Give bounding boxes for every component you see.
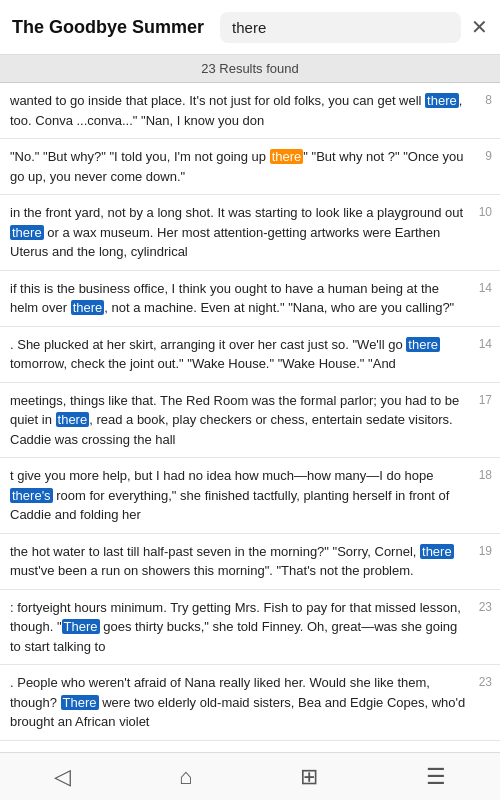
search-input[interactable] xyxy=(220,12,461,43)
result-page-num: 18 xyxy=(476,466,500,482)
search-match: there xyxy=(56,412,90,427)
result-text: meetings, things like that. The Red Room… xyxy=(10,391,476,450)
result-row[interactable]: t give you more help, but I had no idea … xyxy=(0,458,500,534)
close-button[interactable]: ✕ xyxy=(471,17,488,37)
results-list: wanted to go inside that place. It's not… xyxy=(0,83,500,800)
search-match: There xyxy=(61,695,99,710)
result-row[interactable]: if this is the business office, I think … xyxy=(0,271,500,327)
result-row[interactable]: : fortyeight hours minimum. Try getting … xyxy=(0,590,500,666)
result-page-num: 14 xyxy=(476,279,500,295)
result-text: . People who weren't afraid of Nana real… xyxy=(10,673,476,732)
result-row[interactable]: meetings, things like that. The Red Room… xyxy=(0,383,500,459)
search-match: there xyxy=(420,544,454,559)
home-nav-button[interactable]: ⌂ xyxy=(163,758,208,796)
result-text: "No." "But why?" "I told you, I'm not go… xyxy=(10,147,476,186)
search-match: there xyxy=(71,300,105,315)
result-row[interactable]: the hot water to last till half-past sev… xyxy=(0,534,500,590)
book-title: The Goodbye Summer xyxy=(12,17,204,38)
back-nav-button[interactable]: ◁ xyxy=(38,758,87,796)
search-match: there's xyxy=(10,488,53,503)
search-match: there xyxy=(10,225,44,240)
result-page-num: 9 xyxy=(476,147,500,163)
apps-nav-button[interactable]: ⊞ xyxy=(284,758,334,796)
search-match: There xyxy=(62,619,100,634)
result-page-num: 10 xyxy=(476,203,500,219)
result-row[interactable]: . People who weren't afraid of Nana real… xyxy=(0,665,500,741)
result-page-num: 17 xyxy=(476,391,500,407)
search-match: there xyxy=(270,149,304,164)
result-text: if this is the business office, I think … xyxy=(10,279,476,318)
result-page-num: 14 xyxy=(476,335,500,351)
bottom-nav: ◁ ⌂ ⊞ ☰ xyxy=(0,752,500,800)
result-text: . She plucked at her skirt, arranging it… xyxy=(10,335,476,374)
result-text: the hot water to last till half-past sev… xyxy=(10,542,476,581)
results-count: 23 Results found xyxy=(0,55,500,83)
search-match: there xyxy=(425,93,459,108)
result-page-num: 23 xyxy=(476,598,500,614)
search-match: there xyxy=(406,337,440,352)
result-text: wanted to go inside that place. It's not… xyxy=(10,91,476,130)
result-row[interactable]: "No." "But why?" "I told you, I'm not go… xyxy=(0,139,500,195)
recent-nav-button[interactable]: ☰ xyxy=(410,758,462,796)
result-row[interactable]: . She plucked at her skirt, arranging it… xyxy=(0,327,500,383)
result-page-num: 23 xyxy=(476,673,500,689)
header: The Goodbye Summer ✕ xyxy=(0,0,500,55)
result-text: : fortyeight hours minimum. Try getting … xyxy=(10,598,476,657)
result-page-num: 19 xyxy=(476,542,500,558)
result-row[interactable]: in the front yard, not by a long shot. I… xyxy=(0,195,500,271)
result-row[interactable]: wanted to go inside that place. It's not… xyxy=(0,83,500,139)
result-text: in the front yard, not by a long shot. I… xyxy=(10,203,476,262)
result-text: t give you more help, but I had no idea … xyxy=(10,466,476,525)
result-page-num: 8 xyxy=(476,91,500,107)
